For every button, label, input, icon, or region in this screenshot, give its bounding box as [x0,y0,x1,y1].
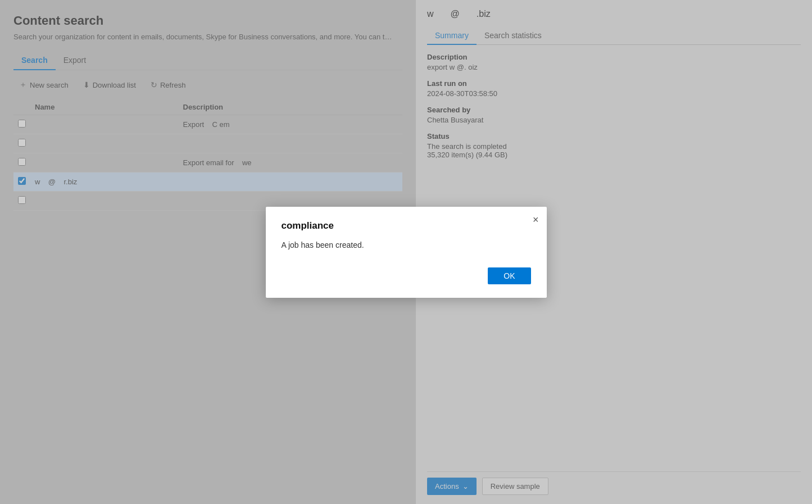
dialog-title: compliance [282,220,531,231]
dialog-backdrop: compliance × A job has been created. OK [0,0,812,504]
compliance-dialog: compliance × A job has been created. OK [266,207,547,298]
dialog-message: A job has been created. [282,240,531,249]
dialog-close-button[interactable]: × [533,215,539,225]
dialog-ok-button[interactable]: OK [488,267,530,284]
dialog-footer: OK [282,267,531,284]
